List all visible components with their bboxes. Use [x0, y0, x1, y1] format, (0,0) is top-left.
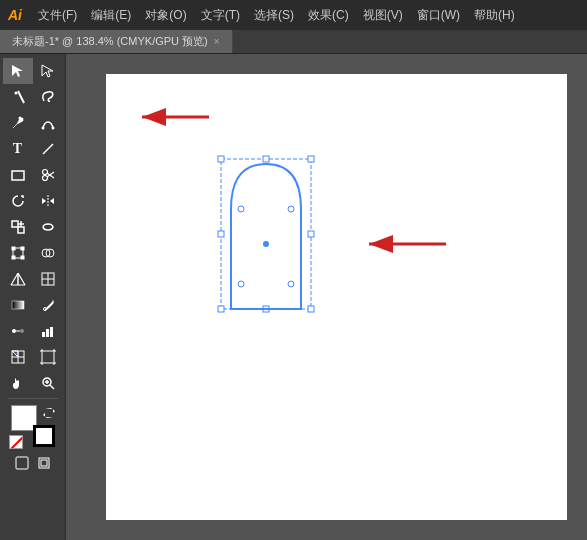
- draw-mode-button[interactable]: [34, 453, 54, 473]
- menu-select[interactable]: 选择(S): [248, 5, 300, 26]
- svg-rect-39: [42, 332, 45, 337]
- svg-marker-1: [42, 65, 53, 77]
- svg-point-75: [238, 281, 244, 287]
- scissors-tool-button[interactable]: [33, 162, 63, 188]
- svg-rect-68: [308, 306, 314, 312]
- chart-tool-button[interactable]: [33, 318, 63, 344]
- svg-rect-23: [12, 256, 15, 259]
- svg-rect-22: [21, 247, 24, 250]
- tool-row-gradient: [0, 292, 65, 318]
- canvas-area[interactable]: [66, 54, 587, 540]
- tool-row-type: T: [0, 136, 65, 162]
- tool-row-selection: [0, 58, 65, 84]
- menu-type[interactable]: 文字(T): [195, 5, 246, 26]
- menu-window[interactable]: 窗口(W): [411, 5, 466, 26]
- svg-rect-41: [50, 327, 53, 337]
- svg-line-12: [47, 172, 54, 177]
- title-bar: Ai 文件(F) 编辑(E) 对象(O) 文字(T) 选择(S) 效果(C) 视…: [0, 0, 587, 30]
- zoom-tool-button[interactable]: [33, 370, 63, 396]
- menu-help[interactable]: 帮助(H): [468, 5, 521, 26]
- svg-point-4: [18, 117, 21, 120]
- menu-bar: 文件(F) 编辑(E) 对象(O) 文字(T) 选择(S) 效果(C) 视图(V…: [32, 5, 521, 26]
- svg-rect-40: [46, 329, 49, 337]
- free-transform-tool-button[interactable]: [3, 240, 33, 266]
- menu-object[interactable]: 对象(O): [139, 5, 192, 26]
- svg-point-36: [12, 329, 16, 333]
- menu-effect[interactable]: 效果(C): [302, 5, 355, 26]
- reset-colors-button[interactable]: [43, 405, 55, 417]
- artboard-tool-button[interactable]: [33, 344, 63, 370]
- perspective-grid-tool-button[interactable]: [3, 266, 33, 292]
- svg-rect-70: [218, 306, 224, 312]
- svg-point-9: [42, 170, 47, 175]
- stroke-color-swatch[interactable]: [33, 425, 55, 447]
- tool-row-perspective: [0, 266, 65, 292]
- tab-close-button[interactable]: ×: [214, 36, 220, 47]
- svg-point-74: [288, 206, 294, 212]
- lasso-tool-button[interactable]: [33, 84, 63, 110]
- warp-tool-button[interactable]: [33, 214, 63, 240]
- screen-mode-button[interactable]: [12, 453, 32, 473]
- tool-row-nav: [0, 370, 65, 396]
- svg-line-56: [50, 385, 54, 389]
- magic-wand-tool-button[interactable]: [3, 84, 33, 110]
- slice-tool-button[interactable]: [3, 344, 33, 370]
- svg-point-6: [51, 127, 54, 130]
- selection-tool-button[interactable]: [3, 58, 33, 84]
- svg-point-10: [42, 176, 47, 181]
- tool-row-rotate: [0, 188, 65, 214]
- canvas-background: [106, 74, 567, 520]
- scale-tool-button[interactable]: [3, 214, 33, 240]
- svg-point-5: [41, 127, 44, 130]
- reflect-tool-button[interactable]: [33, 188, 63, 214]
- none-color-swatch[interactable]: [9, 435, 23, 449]
- svg-marker-14: [42, 198, 46, 204]
- tool-row-scale: [0, 214, 65, 240]
- svg-marker-15: [50, 198, 54, 204]
- ai-logo: Ai: [8, 7, 22, 23]
- svg-point-73: [238, 206, 244, 212]
- svg-rect-34: [12, 301, 24, 309]
- rotate-tool-button[interactable]: [3, 188, 33, 214]
- svg-rect-62: [41, 460, 47, 466]
- svg-rect-16: [12, 221, 18, 227]
- svg-marker-0: [12, 65, 23, 77]
- shape-container[interactable]: [216, 154, 316, 318]
- line-segment-tool-button[interactable]: [33, 136, 63, 162]
- menu-view[interactable]: 视图(V): [357, 5, 409, 26]
- svg-rect-24: [21, 256, 24, 259]
- rectangle-tool-button[interactable]: [3, 162, 33, 188]
- document-tab[interactable]: 未标题-1* @ 138.4% (CMYK/GPU 预览) ×: [0, 30, 233, 53]
- menu-edit[interactable]: 编辑(E): [85, 5, 137, 26]
- svg-line-7: [43, 144, 53, 154]
- svg-marker-45: [12, 351, 18, 357]
- tool-row-shape: [0, 162, 65, 188]
- curvature-tool-button[interactable]: [33, 110, 63, 136]
- direct-selection-tool-button[interactable]: [33, 58, 63, 84]
- gradient-tool-button[interactable]: [3, 292, 33, 318]
- svg-line-11: [47, 173, 54, 178]
- blend-tool-button[interactable]: [3, 318, 33, 344]
- eyedropper-tool-button[interactable]: [33, 292, 63, 318]
- svg-point-3: [14, 92, 17, 95]
- color-controls: [11, 405, 55, 447]
- tool-row-slice: [0, 344, 65, 370]
- svg-point-35: [43, 308, 46, 311]
- mesh-tool-button[interactable]: [33, 266, 63, 292]
- svg-rect-8: [12, 171, 24, 180]
- svg-rect-65: [263, 156, 269, 162]
- svg-line-29: [11, 273, 18, 285]
- type-tool-button[interactable]: T: [3, 136, 33, 162]
- tool-row-pen: [0, 110, 65, 136]
- svg-line-30: [18, 273, 25, 285]
- svg-rect-60: [16, 457, 28, 469]
- shape-builder-tool-button[interactable]: [33, 240, 63, 266]
- menu-file[interactable]: 文件(F): [32, 5, 83, 26]
- hand-tool-button[interactable]: [3, 370, 33, 396]
- tool-row-transform: [0, 240, 65, 266]
- pen-tool-button[interactable]: [3, 110, 33, 136]
- svg-line-2: [18, 91, 24, 103]
- svg-line-59: [10, 436, 23, 449]
- svg-rect-71: [218, 231, 224, 237]
- toolbar: T: [0, 54, 66, 540]
